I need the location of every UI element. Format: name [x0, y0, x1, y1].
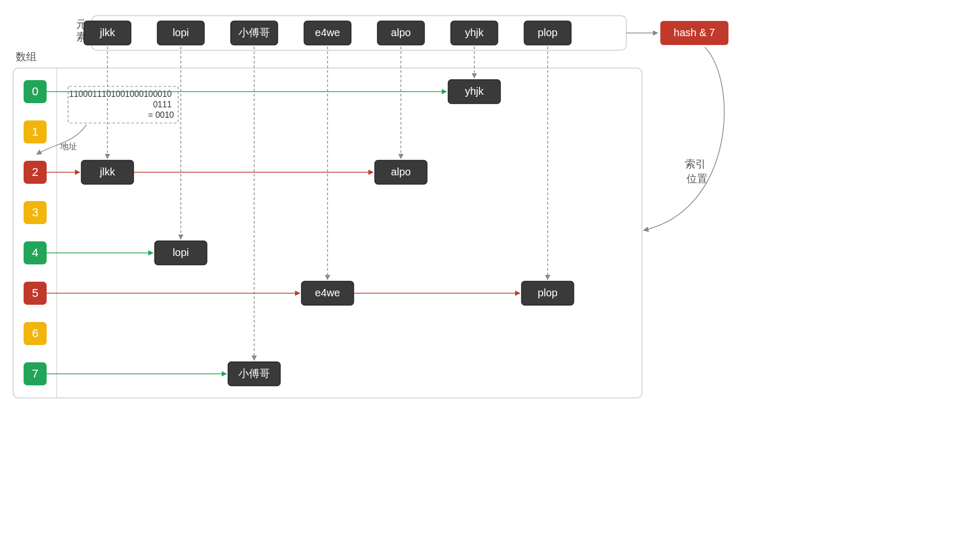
binary-text: 1100011101001000100010 0111 = 0010 — [69, 90, 174, 119]
array-label: 数组 — [16, 51, 37, 62]
index-box-label: 3 — [32, 206, 38, 219]
element-box-label: lopi — [172, 27, 189, 38]
hash-box-label: hash & 7 — [674, 27, 715, 38]
bucket-box-label: lopi — [172, 247, 189, 258]
index-box-label: 7 — [32, 367, 38, 380]
element-box-label: jlkk — [100, 27, 116, 38]
element-box-label: 小傅哥 — [238, 27, 270, 38]
bucket-box-label: jlkk — [100, 166, 116, 177]
index-box-label: 5 — [32, 286, 38, 299]
index-box-label: 6 — [32, 327, 38, 340]
element-box-label: e4we — [315, 27, 340, 38]
index-box-label: 0 — [32, 85, 38, 98]
element-box-label: yhjk — [465, 27, 484, 38]
bucket-box-label: 小傅哥 — [238, 368, 270, 379]
index-box-label: 4 — [32, 246, 38, 259]
bucket-box-label: alpo — [391, 166, 411, 177]
element-box-label: plop — [538, 27, 558, 38]
element-box-label: alpo — [391, 27, 411, 38]
diagram-root: 元 素 jlkklopi小傅哥e4wealpoyhjkplop hash & 7… — [0, 0, 776, 408]
bucket-box-label: e4we — [315, 287, 340, 298]
bucket-box-label: plop — [538, 287, 558, 298]
index-box-label: 1 — [32, 125, 38, 138]
bucket-box-label: yhjk — [465, 85, 484, 97]
index-box-label: 2 — [32, 165, 38, 179]
arrow-hash-to-array — [644, 47, 724, 230]
index-pos-label: 索引 位置 — [685, 158, 709, 184]
